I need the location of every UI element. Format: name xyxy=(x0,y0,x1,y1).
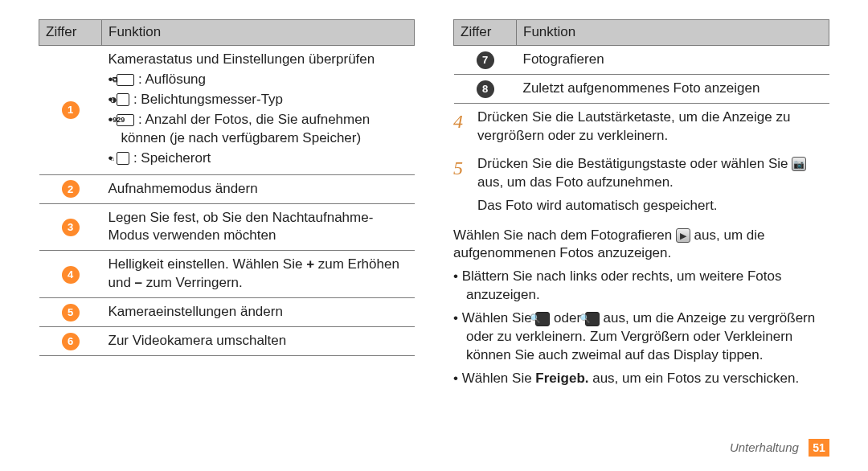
right-column: Ziffer Funktion 7 Fotografieren 8 Zuletz… xyxy=(453,19,829,439)
row-desc: Aufnahmemodus ändern xyxy=(102,174,415,203)
zoom-in-icon: 🔍 xyxy=(535,312,550,326)
icon-list: ⧉ : Auflösung ◑ : Belichtungsmesser-Typ … xyxy=(108,71,408,168)
list-item: ⌂ : Speicherort xyxy=(108,149,408,168)
list-item: Wählen Sie Freigeb. aus, um ein Fotos zu… xyxy=(453,370,829,388)
row-number-icon: 6 xyxy=(62,333,80,350)
body-bullets: Blättern Sie nach links oder rechts, um … xyxy=(453,268,829,388)
col-header-funktion: Funktion xyxy=(517,20,829,46)
row-desc: Zuletzt aufgenommenes Foto anzeigen xyxy=(517,74,829,103)
step-body: Drücken Sie die Bestätigungstaste oder w… xyxy=(477,155,829,220)
storage-icon: ⌂ xyxy=(117,152,129,165)
col-header-funktion: Funktion xyxy=(102,20,415,46)
row-desc: Legen Sie fest, ob Sie den Nachtaufnahme… xyxy=(102,203,415,251)
zoom-out-icon: 🔍 xyxy=(585,312,600,326)
list-item: 929 : Anzahl der Fotos, die Sie aufnehme… xyxy=(108,111,408,148)
row-number-icon: 1 xyxy=(62,101,80,119)
table-row: 4 Helligkeit einstellen. Wählen Sie + zu… xyxy=(39,251,415,298)
row-desc: Kamerastatus und Einstellungen überprüfe… xyxy=(102,45,415,174)
row-number-icon: 2 xyxy=(62,180,80,198)
list-item: Blättern Sie nach links oder rechts, um … xyxy=(453,268,829,305)
table-row: 5 Kameraeinstellungen ändern xyxy=(39,298,415,327)
table-row: 6 Zur Videokamera umschalten xyxy=(39,327,415,356)
row-number-icon: 4 xyxy=(62,266,80,284)
step-line2: Das Foto wird automatisch gespeichert. xyxy=(477,197,829,215)
left-function-table: Ziffer Funktion 1 Kamerastatus und Einst… xyxy=(39,19,415,356)
row-number-icon: 3 xyxy=(62,219,80,236)
section-name: Unterhaltung xyxy=(730,440,799,454)
list-item: Wählen Sie 🔍 oder 🔍 aus, um die Anzeige … xyxy=(453,309,829,365)
right-function-table: Ziffer Funktion 7 Fotografieren 8 Zuletz… xyxy=(453,19,829,104)
table-row: 2 Aufnahmemodus ändern xyxy=(39,174,415,203)
table-row: 7 Fotografieren xyxy=(454,45,829,74)
row-number-icon: 8 xyxy=(477,80,494,98)
step-number: 5 xyxy=(453,155,471,220)
table-row: 8 Zuletzt aufgenommenes Foto anzeigen xyxy=(454,74,829,103)
page-footer: Unterhaltung 51 xyxy=(730,439,829,457)
row-number-icon: 5 xyxy=(62,304,80,322)
step-5: 5 Drücken Sie die Bestätigungstaste oder… xyxy=(453,155,829,220)
row-desc-intro: Kamerastatus und Einstellungen überprüfe… xyxy=(108,51,408,69)
col-header-ziffer: Ziffer xyxy=(454,20,517,46)
step-number: 4 xyxy=(453,109,471,150)
row-number-icon: 7 xyxy=(477,51,494,69)
row-desc: Helligkeit einstellen. Wählen Sie + zum … xyxy=(102,251,415,298)
body-intro: Wählen Sie nach dem Fotografieren ▶ aus,… xyxy=(453,227,829,264)
list-item: ⧉ : Auflösung xyxy=(108,71,408,89)
camera-icon: 📷 xyxy=(792,157,806,171)
step-line1: Drücken Sie die Bestätigungstaste oder w… xyxy=(477,155,829,192)
resolution-icon: ⧉ xyxy=(117,74,134,86)
page: Ziffer Funktion 1 Kamerastatus und Einst… xyxy=(0,0,868,471)
play-icon: ▶ xyxy=(676,228,690,243)
row-desc: Kameraeinstellungen ändern xyxy=(102,298,415,327)
left-column: Ziffer Funktion 1 Kamerastatus und Einst… xyxy=(39,19,415,439)
row-desc: Zur Videokamera umschalten xyxy=(102,327,415,356)
list-item: ◑ : Belichtungsmesser-Typ xyxy=(108,91,408,109)
counter-icon: 929 xyxy=(117,114,134,126)
table-row: 1 Kamerastatus und Einstellungen überprü… xyxy=(39,45,415,174)
step-body: Drücken Sie die Lautstärketaste, um die … xyxy=(477,109,829,150)
step-4: 4 Drücken Sie die Lautstärketaste, um di… xyxy=(453,109,829,150)
metering-icon: ◑ xyxy=(117,93,129,106)
page-number: 51 xyxy=(809,439,829,457)
row-desc: Fotografieren xyxy=(517,45,829,74)
col-header-ziffer: Ziffer xyxy=(39,20,102,46)
table-row: 3 Legen Sie fest, ob Sie den Nachtaufnah… xyxy=(39,203,415,251)
